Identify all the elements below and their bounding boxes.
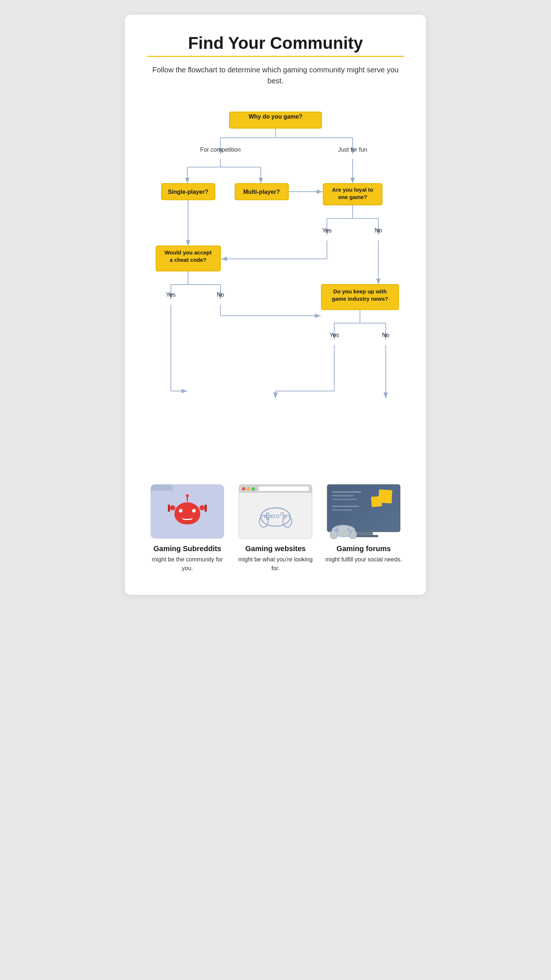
- label-no2: No: [217, 291, 225, 298]
- page-title: Find Your Community: [147, 33, 404, 57]
- forum-gamepad-icon: [329, 524, 358, 539]
- svg-point-59: [350, 531, 352, 533]
- label-no3: No: [382, 332, 390, 338]
- multi-player-node: Multi-player?: [243, 189, 280, 195]
- loyal-node: Are you loyal to: [332, 186, 374, 193]
- outcome-subreddits-title: Gaming Subreddits: [147, 544, 228, 553]
- main-card: Find Your Community Follow the flowchart…: [125, 15, 426, 595]
- svg-point-58: [347, 528, 350, 531]
- svg-text:game industry news?: game industry news?: [332, 296, 388, 302]
- flowchart-svg: Why do you game? For competition Just fo…: [147, 105, 404, 490]
- label-yes3: Yes: [330, 332, 339, 338]
- outcome-forums-title: Gaming forums: [323, 544, 404, 553]
- svg-text:a cheat code?: a cheat code?: [170, 257, 207, 263]
- outcome-websites-title: Gaming websites: [235, 544, 316, 553]
- flowchart: Why do you game? For competition Just fo…: [147, 105, 404, 492]
- label-fun: Just for fun: [338, 146, 367, 153]
- label-yes1: Yes: [322, 227, 332, 234]
- outcome-websites: Gaming websites might be what you're loo…: [235, 484, 316, 573]
- cheat-node: Would you accept: [164, 249, 212, 256]
- outcome-websites-desc: might be what you're looking for.: [235, 555, 316, 573]
- root-node: Why do you game?: [249, 113, 303, 120]
- svg-point-52: [276, 515, 279, 518]
- outcomes-container: Gaming Subreddits might be the community…: [147, 484, 404, 573]
- news-node: Do you keep up with: [333, 288, 387, 294]
- outcome-forums: Gaming forums might fulfill your social …: [323, 484, 404, 573]
- svg-point-46: [283, 515, 291, 527]
- outcome-subreddits: Gaming Subreddits might be the community…: [147, 484, 228, 573]
- outcome-subreddits-desc: might be the community for you.: [147, 555, 228, 573]
- label-no1: No: [375, 227, 382, 234]
- gamepad-icon: [257, 503, 294, 529]
- page-subtitle: Follow the flowchart to determine which …: [147, 64, 404, 86]
- svg-rect-57: [336, 528, 338, 532]
- svg-text:one game?: one game?: [338, 194, 367, 200]
- label-yes2: Yes: [166, 291, 175, 298]
- svg-point-51: [272, 515, 275, 518]
- svg-point-49: [281, 512, 283, 515]
- outcome-forums-desc: might fulfill your social needs.: [323, 555, 404, 564]
- label-competition: For competition: [200, 146, 240, 153]
- single-player-node: Single-player?: [168, 189, 208, 195]
